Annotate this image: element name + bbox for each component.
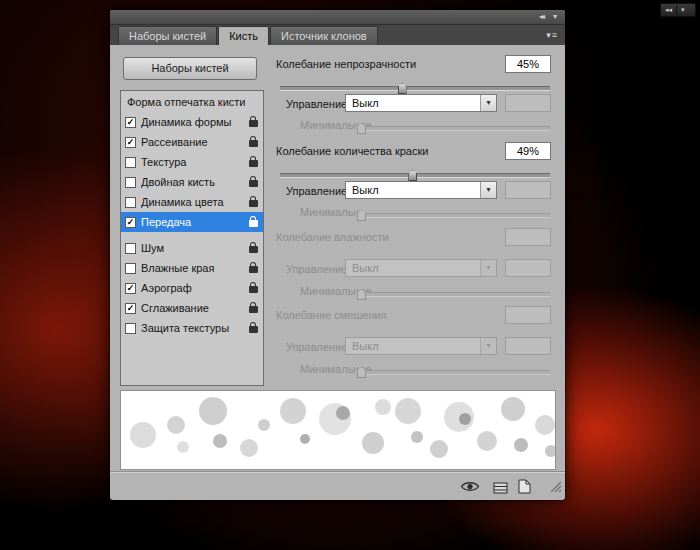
control-label: Управление: (286, 98, 350, 110)
slider-thumb[interactable] (408, 170, 417, 181)
preview-dot (167, 416, 185, 434)
tab-brush-presets[interactable]: Наборы кистей (118, 26, 217, 45)
slider-thumb[interactable] (398, 83, 407, 94)
chevron-down-icon: ▾ (480, 338, 496, 354)
dock-collapse-button[interactable]: ◂◂ ▾ (660, 3, 696, 17)
minimum-slider (358, 288, 550, 300)
preview-dot (395, 398, 421, 424)
panel-titlebar[interactable]: ◂◂ ▾ (110, 10, 565, 25)
chevron-down-icon[interactable]: ▾ (480, 95, 496, 111)
slider-track (358, 126, 550, 131)
slider-track (358, 370, 550, 375)
preview-dot (477, 431, 497, 451)
preset-manager-icon[interactable] (493, 480, 508, 498)
chevron-down-icon[interactable]: ▾ (676, 5, 689, 15)
chevron-down-icon: ▾ (546, 30, 551, 40)
tab-bar: Наборы кистей Кисть Источник клонов ▾≡ (110, 25, 565, 45)
preview-dot (514, 438, 528, 452)
dropdown-value: Выкл (352, 262, 379, 274)
section-title: Колебание смешения (276, 309, 387, 321)
panel-statusbar (110, 471, 565, 500)
preview-dot (213, 434, 227, 448)
control-amount-box (505, 259, 551, 277)
slider-track (358, 213, 550, 218)
tab-clone-source[interactable]: Источник клонов (270, 26, 378, 45)
slider-thumb (357, 210, 366, 221)
preview-dot (130, 422, 156, 448)
section-title: Колебание количества краски (276, 145, 428, 157)
preview-dot (535, 415, 555, 435)
wetness-jitter-box (505, 228, 551, 246)
slider-track (280, 86, 550, 91)
control-dropdown: Выкл ▾ (345, 337, 497, 355)
slider-thumb (357, 367, 366, 378)
preview-dot (459, 413, 471, 425)
dropdown-value: Выкл (352, 97, 379, 109)
control-amount-box (505, 94, 551, 112)
control-dropdown[interactable]: Выкл ▾ (345, 181, 497, 199)
preview-dot (300, 434, 310, 444)
slider-track (358, 292, 550, 297)
flow-jitter-slider[interactable] (280, 169, 550, 181)
slider-thumb (357, 123, 366, 134)
chevron-down-icon: ▾ (480, 260, 496, 276)
section-wetness-jitter: Колебание влажности Управление: Выкл ▾ М… (110, 228, 565, 306)
resize-grip[interactable] (550, 479, 562, 497)
mix-jitter-box (505, 306, 551, 324)
control-amount-box (505, 337, 551, 355)
minimum-slider (358, 209, 550, 221)
chevron-down-icon[interactable]: ▾ (480, 182, 496, 198)
control-label: Управление: (286, 341, 350, 353)
create-new-brush-icon[interactable] (518, 479, 531, 498)
section-mix-jitter: Колебание смешения Управление: Выкл ▾ Ми… (110, 306, 565, 384)
stroke-preview (120, 390, 556, 470)
control-label: Управление: (286, 263, 350, 275)
control-dropdown[interactable]: Выкл ▾ (345, 94, 497, 112)
menu-lines-icon: ≡ (552, 30, 557, 40)
minimum-slider (358, 366, 550, 378)
opacity-jitter-input[interactable] (505, 55, 551, 73)
section-title: Колебание влажности (276, 231, 389, 243)
titlebar-chevron-icon[interactable]: ▾ (553, 12, 557, 21)
stroke-preview-toggle-icon[interactable] (460, 479, 480, 497)
collapse-to-icons-icon[interactable]: ◂◂ (539, 12, 543, 21)
preview-dot (258, 419, 270, 431)
dropdown-value: Выкл (352, 340, 379, 352)
minimum-slider (358, 122, 550, 134)
dropdown-value: Выкл (352, 184, 379, 196)
preview-dot (280, 398, 306, 424)
preview-dot (199, 397, 227, 425)
panel-menu-icon[interactable]: ▾≡ (545, 30, 557, 40)
preview-dot (240, 439, 258, 457)
preview-dot (501, 397, 525, 421)
collapse-dock-icon[interactable]: ◂◂ (661, 5, 676, 15)
section-title: Колебание непрозрачности (276, 58, 416, 70)
preview-dot (375, 399, 391, 415)
control-label: Управление: (286, 185, 350, 197)
preview-dot (411, 431, 423, 443)
opacity-jitter-slider[interactable] (280, 82, 550, 94)
brush-panel: ◂◂ ▾ Наборы кистей Кисть Источник клонов… (110, 10, 565, 500)
section-opacity-jitter: Колебание непрозрачности Управление: Вык… (110, 55, 565, 151)
slider-thumb (357, 289, 366, 300)
section-flow-jitter: Колебание количества краски Управление: … (110, 142, 565, 238)
preview-dot (545, 445, 556, 457)
preview-dot (430, 440, 448, 458)
control-amount-box (505, 181, 551, 199)
panel-body: Наборы кистей Форма отпечатка кисти ✓Дин… (110, 45, 565, 500)
flow-jitter-input[interactable] (505, 142, 551, 160)
preview-dot (177, 441, 189, 453)
preview-dot (362, 432, 384, 454)
tab-brush[interactable]: Кисть (218, 26, 269, 45)
preview-dot (336, 406, 350, 420)
minimum-label: Минимальн (300, 206, 359, 218)
control-dropdown: Выкл ▾ (345, 259, 497, 277)
